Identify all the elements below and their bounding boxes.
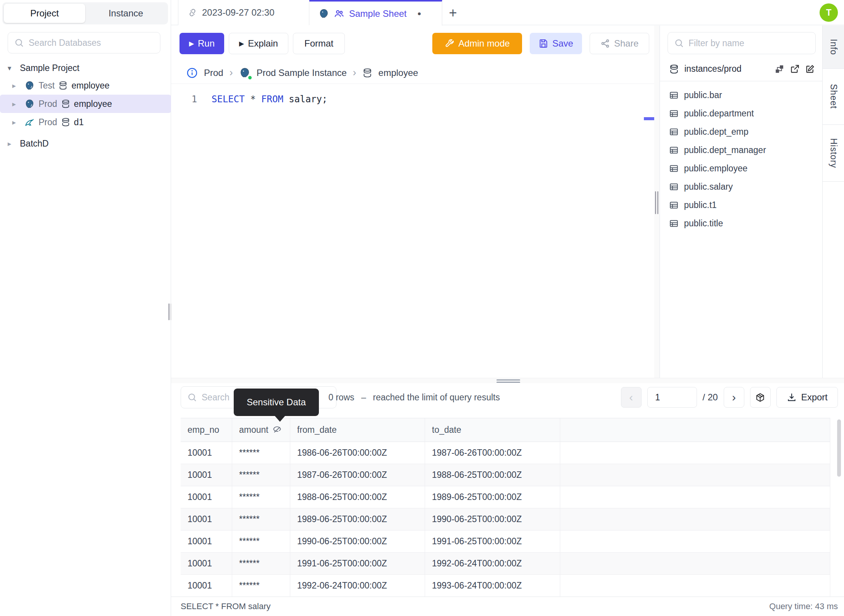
schema-diagram-icon[interactable] xyxy=(774,64,784,74)
play-icon: ▶ xyxy=(239,40,244,48)
table-item[interactable]: public.t1 xyxy=(660,196,823,214)
environment-label: Prod xyxy=(39,99,57,109)
tab-project[interactable]: Project xyxy=(4,4,85,23)
unlink-icon xyxy=(188,8,197,18)
table-item[interactable]: public.employee xyxy=(660,159,823,177)
database-icon xyxy=(669,64,679,74)
new-tab-button[interactable]: + xyxy=(444,4,462,22)
admin-mode-button[interactable]: Admin mode xyxy=(432,33,522,54)
explain-button[interactable]: ▶ Explain xyxy=(229,33,288,54)
sensitive-data-tooltip: Sensitive Data xyxy=(234,389,319,416)
column-header[interactable]: amount xyxy=(232,418,290,442)
run-button[interactable]: ▶ Run xyxy=(179,33,224,54)
tab-history[interactable]: History xyxy=(823,125,844,182)
sheet-tab-timestamp[interactable]: 2023-09-27 02:30 xyxy=(178,0,309,25)
table-item[interactable]: public.dept_emp xyxy=(660,123,823,141)
editor-scrollbar-marker xyxy=(644,117,655,120)
column-header[interactable]: to_date xyxy=(425,418,560,442)
search-icon xyxy=(14,38,24,48)
table-row: 10001******1987-06-26T00:00:00Z1988-06-2… xyxy=(181,464,830,486)
column-header[interactable]: emp_no xyxy=(181,418,232,442)
table-item[interactable]: public.bar xyxy=(660,86,823,104)
database-tree: ▾ Sample Project ▸ Test employee ▸ Pr xyxy=(0,60,171,153)
tree-item-prod-d1[interactable]: ▸ Prod d1 xyxy=(0,113,171,131)
results-panel-splitter[interactable] xyxy=(171,378,844,383)
sheet-tab-label: 2023-09-27 02:30 xyxy=(202,7,275,18)
table-row: 10001******1992-06-24T00:00:00Z1993-06-2… xyxy=(181,575,830,597)
breadcrumb-instance[interactable]: Prod Sample Instance xyxy=(257,68,347,78)
right-panel-splitter[interactable] xyxy=(654,26,660,378)
external-link-icon[interactable] xyxy=(790,64,800,74)
search-icon xyxy=(187,392,197,402)
tree-item-prod-employee-selected[interactable]: ▸ Prod employee xyxy=(0,95,171,113)
tree-item-test-employee[interactable]: ▸ Test employee xyxy=(0,76,171,95)
environment-label: Prod xyxy=(39,117,57,127)
prev-page-button[interactable]: ‹ xyxy=(621,387,642,408)
editor-pane: ▶ Run ▶ Explain Format Admin mode xyxy=(171,26,654,378)
table-icon xyxy=(669,219,679,228)
table-item[interactable]: public.dept_manager xyxy=(660,141,823,159)
breadcrumb-database[interactable]: employee xyxy=(378,68,418,78)
row-count: 0 rows xyxy=(328,392,354,403)
splitter-grip-icon xyxy=(655,191,659,214)
share-button[interactable]: Share xyxy=(590,33,649,54)
edit-icon[interactable] xyxy=(805,64,815,74)
table-body: 10001******1986-06-26T00:00:00Z1987-06-2… xyxy=(181,442,830,597)
postgresql-icon xyxy=(24,81,35,91)
caret-right-icon: ▸ xyxy=(12,81,21,90)
database-search xyxy=(8,32,160,53)
format-label: Format xyxy=(304,38,333,49)
format-button[interactable]: Format xyxy=(293,33,345,54)
avatar[interactable]: T xyxy=(820,3,838,22)
search-databases-input[interactable] xyxy=(29,38,154,48)
table-icon xyxy=(669,145,679,155)
schema-sidebar: instances/prod public.bar public.departm… xyxy=(660,26,822,378)
editor-toolbar: ▶ Run ▶ Explain Format Admin mode xyxy=(171,33,654,54)
export-button[interactable]: Export xyxy=(776,387,838,408)
unsaved-dot-icon: ● xyxy=(417,10,421,18)
table-item[interactable]: public.title xyxy=(660,214,823,232)
shared-users-icon xyxy=(334,8,344,19)
run-label: Run xyxy=(198,38,215,49)
table-item[interactable]: public.salary xyxy=(660,177,823,196)
play-icon: ▶ xyxy=(189,40,194,48)
info-icon[interactable] xyxy=(186,67,198,79)
status-bar: SELECT * FROM salary Query time: 43 ms xyxy=(171,597,844,616)
package-button[interactable] xyxy=(750,387,771,408)
page-number-input[interactable] xyxy=(647,387,697,408)
splitter-grip-icon xyxy=(496,379,520,383)
table-item[interactable]: public.department xyxy=(660,104,823,123)
project-label: Sample Project xyxy=(20,63,79,73)
tab-info[interactable]: Info xyxy=(823,26,844,69)
results-summary: 0 rows – reached the limit of query resu… xyxy=(328,386,500,408)
eye-off-icon[interactable] xyxy=(272,425,282,435)
tab-instance[interactable]: Instance xyxy=(85,4,167,23)
scope-label: instances/prod xyxy=(684,64,742,74)
sql-code[interactable]: SELECT * FROM salary; xyxy=(212,94,327,105)
left-sidebar: Project Instance ▾ Sample Project ▸ Test xyxy=(0,0,171,616)
results-scrollbar[interactable] xyxy=(837,419,841,477)
sidebar-mode-switch: Project Instance xyxy=(2,2,168,24)
sql-editor[interactable]: 1 SELECT * FROM salary; xyxy=(171,84,645,378)
line-number: 1 xyxy=(171,94,197,105)
sheet-tab-sample-sheet[interactable]: Sample Sheet ● xyxy=(309,0,442,26)
side-tab-strip: Info Sheet History xyxy=(822,26,844,378)
database-icon xyxy=(61,99,70,108)
tree-item-sample-project[interactable]: ▾ Sample Project xyxy=(0,60,171,76)
save-button[interactable]: Save xyxy=(530,33,582,54)
table-icon xyxy=(669,90,679,100)
tab-sheet[interactable]: Sheet xyxy=(823,69,844,125)
online-status-dot xyxy=(247,75,252,80)
caret-right-icon: ▸ xyxy=(12,118,21,127)
tree-item-batchd[interactable]: ▸ BatchD xyxy=(0,134,171,153)
table-header-row: emp_no amount from_date to_date xyxy=(181,418,830,442)
column-header[interactable]: from_date xyxy=(290,418,425,442)
wrench-icon xyxy=(445,39,454,48)
export-label: Export xyxy=(801,392,828,403)
postgresql-icon xyxy=(239,67,251,79)
breadcrumb-environment[interactable]: Prod xyxy=(204,68,223,78)
table-row: 10001******1990-06-25T00:00:00Z1991-06-2… xyxy=(181,531,830,553)
filter-by-name-input[interactable] xyxy=(689,38,809,48)
next-page-button[interactable]: › xyxy=(724,387,744,408)
main-area: 2023-09-27 02:30 Sample Sheet ● + T ▶ Ru… xyxy=(171,0,844,616)
